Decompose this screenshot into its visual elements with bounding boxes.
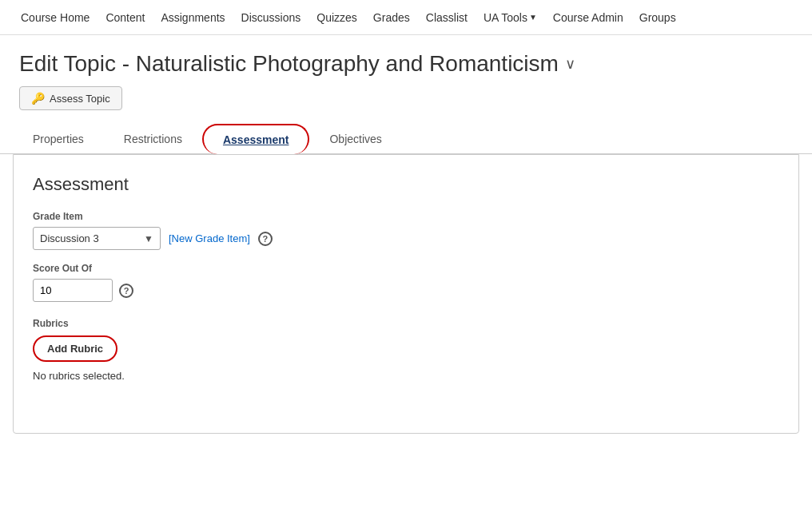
page-header: Edit Topic - Naturalistic Photography an… bbox=[0, 35, 812, 86]
nav-course-home[interactable]: Course Home bbox=[13, 0, 98, 35]
nav-content[interactable]: Content bbox=[98, 0, 153, 35]
tab-assessment[interactable]: Assessment bbox=[202, 124, 310, 154]
grade-item-selected-value: Discussion 3 bbox=[40, 232, 144, 244]
nav-quizzes[interactable]: Quizzes bbox=[308, 0, 365, 35]
title-dropdown-icon[interactable]: ∨ bbox=[565, 55, 575, 73]
assessment-section-title: Assessment bbox=[33, 174, 779, 195]
rubrics-label: Rubrics bbox=[33, 318, 779, 329]
tab-properties[interactable]: Properties bbox=[13, 124, 104, 154]
new-grade-item-link[interactable]: [New Grade Item] bbox=[169, 232, 250, 244]
grade-item-chevron-icon: ▼ bbox=[144, 233, 153, 244]
grade-item-row: Discussion 3 ▼ [New Grade Item] ? bbox=[33, 227, 779, 250]
tab-objectives[interactable]: Objectives bbox=[309, 124, 401, 154]
ua-tools-arrow-icon: ▼ bbox=[529, 0, 537, 35]
tab-restrictions[interactable]: Restrictions bbox=[104, 124, 202, 154]
page-title: Edit Topic - Naturalistic Photography an… bbox=[19, 51, 559, 77]
grade-item-label: Grade Item bbox=[33, 211, 779, 222]
nav-discussions[interactable]: Discussions bbox=[233, 0, 309, 35]
assess-topic-label: Assess Topic bbox=[50, 93, 110, 105]
nav-groups[interactable]: Groups bbox=[631, 0, 684, 35]
tab-bar: Properties Restrictions Assessment Objec… bbox=[0, 123, 812, 154]
top-navigation: Course Home Content Assignments Discussi… bbox=[0, 0, 812, 35]
score-out-of-input[interactable] bbox=[33, 279, 113, 302]
no-rubrics-text: No rubrics selected. bbox=[33, 370, 779, 382]
grade-item-help-icon[interactable]: ? bbox=[258, 232, 273, 246]
nav-grades[interactable]: Grades bbox=[365, 0, 418, 35]
nav-ua-tools[interactable]: UA Tools ▼ bbox=[476, 0, 545, 35]
assess-topic-button[interactable]: 🔑 Assess Topic bbox=[19, 86, 122, 110]
score-input-row: ? bbox=[33, 279, 779, 302]
grade-item-select[interactable]: Discussion 3 ▼ bbox=[33, 227, 161, 250]
rubrics-section: Rubrics Add Rubric No rubrics selected. bbox=[33, 318, 779, 382]
nav-classlist[interactable]: Classlist bbox=[418, 0, 476, 35]
nav-course-admin[interactable]: Course Admin bbox=[545, 0, 631, 35]
score-out-of-label: Score Out Of bbox=[33, 263, 779, 274]
ua-tools-label: UA Tools bbox=[484, 0, 527, 35]
key-icon: 🔑 bbox=[31, 92, 45, 105]
score-help-icon[interactable]: ? bbox=[119, 284, 133, 298]
nav-assignments[interactable]: Assignments bbox=[153, 0, 233, 35]
add-rubric-button[interactable]: Add Rubric bbox=[33, 335, 117, 362]
content-panel: Assessment Grade Item Discussion 3 ▼ [Ne… bbox=[13, 154, 799, 434]
add-rubric-label: Add Rubric bbox=[47, 343, 103, 355]
score-section: Score Out Of ? bbox=[33, 263, 779, 302]
